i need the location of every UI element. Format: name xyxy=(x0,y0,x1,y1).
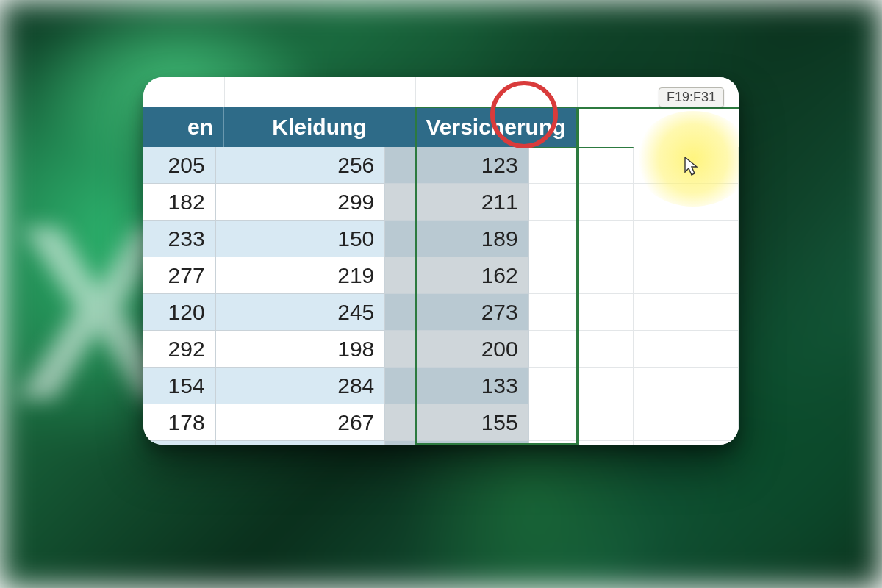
cell[interactable] xyxy=(216,441,386,445)
cell-empty[interactable] xyxy=(634,184,739,220)
cell[interactable]: 205 xyxy=(143,147,216,184)
cell-empty[interactable] xyxy=(634,331,739,368)
cell[interactable]: 200 xyxy=(385,331,528,368)
cell-empty[interactable] xyxy=(529,147,634,184)
spreadsheet[interactable]: F19:F31 en Kleidung Versicherung 205 256… xyxy=(143,77,739,445)
cell-empty[interactable] xyxy=(634,257,739,294)
range-tooltip: F19:F31 xyxy=(659,87,724,107)
cell[interactable]: 292 xyxy=(143,331,216,368)
cell-empty[interactable] xyxy=(634,220,739,257)
sheet-top-strip xyxy=(143,77,739,107)
cell[interactable]: 267 xyxy=(216,404,386,441)
column-header-kleidung[interactable]: Kleidung xyxy=(224,107,415,147)
cell-empty[interactable] xyxy=(529,404,634,441)
cell[interactable]: 245 xyxy=(216,294,386,331)
cell-empty[interactable] xyxy=(634,147,739,184)
table-row: 233 150 189 xyxy=(143,220,739,257)
cell-empty[interactable] xyxy=(634,441,739,445)
cell[interactable]: 284 xyxy=(216,368,386,404)
cell[interactable]: 299 xyxy=(216,184,386,220)
table-row: 182 299 211 xyxy=(143,184,739,220)
cell[interactable]: 155 xyxy=(385,404,528,441)
cell-empty[interactable] xyxy=(634,294,739,331)
table-header-row: en Kleidung Versicherung xyxy=(143,107,739,147)
cell-empty[interactable] xyxy=(529,441,634,445)
cell[interactable]: 123 xyxy=(385,147,528,184)
table-body: 205 256 123 182 299 211 233 150 189 xyxy=(143,147,739,445)
cell-empty[interactable] xyxy=(529,184,634,220)
column-header-partial[interactable]: en xyxy=(143,107,224,147)
cell[interactable]: 182 xyxy=(143,184,216,220)
cell[interactable]: 120 xyxy=(143,294,216,331)
cell[interactable]: 154 xyxy=(143,368,216,404)
screenshot-card: F19:F31 en Kleidung Versicherung 205 256… xyxy=(143,77,739,445)
table-row xyxy=(143,441,739,445)
column-header-versicherung[interactable]: Versicherung xyxy=(415,107,577,147)
cell[interactable]: 277 xyxy=(143,257,216,294)
table-row: 178 267 155 xyxy=(143,404,739,441)
cell[interactable]: 133 xyxy=(385,368,528,404)
cell-empty[interactable] xyxy=(529,294,634,331)
cell[interactable]: 256 xyxy=(216,147,386,184)
cell-empty[interactable] xyxy=(529,220,634,257)
cell-empty[interactable] xyxy=(529,331,634,368)
cell[interactable]: 219 xyxy=(216,257,386,294)
table-row: 154 284 133 xyxy=(143,368,739,404)
cell-empty[interactable] xyxy=(634,368,739,404)
cell-empty[interactable] xyxy=(529,257,634,294)
table-row: 292 198 200 xyxy=(143,331,739,368)
cell[interactable] xyxy=(385,441,528,445)
cell[interactable]: 198 xyxy=(216,331,386,368)
cell[interactable]: 233 xyxy=(143,220,216,257)
table-row: 120 245 273 xyxy=(143,294,739,331)
cell[interactable]: 178 xyxy=(143,404,216,441)
cell[interactable]: 150 xyxy=(216,220,386,257)
cell[interactable]: 162 xyxy=(385,257,528,294)
table-row: 205 256 123 xyxy=(143,147,739,184)
cell[interactable]: 211 xyxy=(385,184,528,220)
cell-empty[interactable] xyxy=(529,368,634,404)
cell[interactable]: 273 xyxy=(385,294,528,331)
cell-empty[interactable] xyxy=(634,404,739,441)
cell[interactable]: 189 xyxy=(385,220,528,257)
table-row: 277 219 162 xyxy=(143,257,739,294)
